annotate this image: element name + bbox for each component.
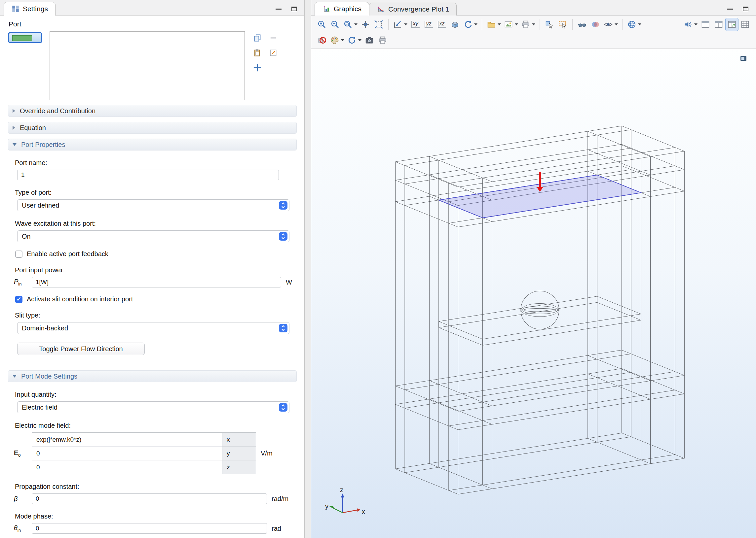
- plot-window-button[interactable]: [739, 54, 750, 63]
- port-input-power-input[interactable]: [32, 277, 281, 288]
- dropdown-caret-icon: [474, 24, 477, 26]
- print-graphics-button[interactable]: [376, 34, 389, 47]
- slit-type-label: Slit type:: [15, 312, 293, 319]
- electric-mode-field-unit: V/m: [261, 450, 273, 457]
- maximize-button[interactable]: [743, 7, 748, 11]
- paste-button[interactable]: [249, 46, 265, 59]
- color-theme-button[interactable]: [329, 34, 346, 47]
- propagation-constant-label: Propagation constant:: [15, 483, 293, 491]
- toolbar-separator: [622, 19, 622, 30]
- wave-excitation-label: Wave excitation at this port:: [15, 220, 293, 227]
- slit-type-select[interactable]: Domain-backed: [17, 322, 289, 334]
- view-direction-button[interactable]: [392, 18, 409, 31]
- hide-objects-button[interactable]: [576, 18, 589, 31]
- move-button[interactable]: [249, 61, 265, 74]
- reset-hiding-button[interactable]: [315, 34, 329, 47]
- port-input-power-symbol: Pin: [14, 278, 27, 287]
- view-yz-button[interactable]: yz: [422, 18, 435, 31]
- transparency-button[interactable]: [589, 18, 602, 31]
- port-name-input[interactable]: [17, 170, 279, 180]
- select-objects-button[interactable]: [543, 18, 556, 31]
- rotate-view-button[interactable]: [462, 18, 479, 31]
- table-row[interactable]: exp(j*emw.k0*z) x: [32, 433, 256, 447]
- snapshot-button[interactable]: [363, 34, 376, 47]
- copy-button[interactable]: [249, 31, 265, 45]
- electric-mode-field-table[interactable]: exp(j*emw.k0*z) x 0 y 0 z: [32, 432, 256, 474]
- port-feature-icon: [8, 32, 42, 43]
- zoom-out-button[interactable]: [329, 18, 342, 31]
- type-of-port-select[interactable]: User defined: [17, 199, 289, 211]
- go-to-default-view-icon: [360, 20, 370, 29]
- minimize-button[interactable]: [727, 9, 733, 10]
- zoom-extents-button[interactable]: [372, 18, 385, 31]
- zoom-in-button[interactable]: [315, 18, 329, 31]
- table-row[interactable]: 0 z: [32, 460, 256, 474]
- dropdown-caret-icon: [694, 24, 698, 26]
- go-to-default-view-button[interactable]: [359, 18, 372, 31]
- graphics-canvas[interactable]: zyx: [311, 49, 756, 538]
- box-select-button[interactable]: [556, 18, 569, 31]
- activate-slit-condition-checkbox[interactable]: Activate slit condition on interior port: [15, 296, 293, 303]
- maximize-button[interactable]: [291, 7, 297, 11]
- checkbox-icon: [15, 250, 23, 258]
- tab-convergence-plot[interactable]: Convergence Plot 1: [369, 3, 457, 16]
- port-mode-settings-content: Input quantity: Electric field Electric …: [8, 391, 297, 535]
- zoom-out-icon: [330, 20, 340, 29]
- section-override-and-contribution[interactable]: Override and Contribution: [8, 105, 297, 117]
- orthographic-projection-button[interactable]: [448, 18, 462, 31]
- export-image-button[interactable]: [502, 18, 520, 31]
- print-graphics-icon: [378, 35, 388, 45]
- layout-split-vertical-button[interactable]: [725, 18, 738, 31]
- transparency-icon: [591, 20, 600, 29]
- section-port-mode-settings[interactable]: Port Mode Settings: [8, 370, 297, 382]
- tab-settings-label: Settings: [23, 5, 48, 13]
- view-hidden-button[interactable]: [602, 18, 619, 31]
- graphics-toolbar-layout: [682, 18, 752, 31]
- tab-settings[interactable]: Settings: [4, 2, 55, 16]
- rotate-view-icon: [463, 20, 473, 29]
- mode-phase-unit: rad: [272, 525, 281, 532]
- sound-button[interactable]: [682, 18, 699, 31]
- toggle-power-flow-direction-button[interactable]: Toggle Power Flow Direction: [17, 343, 145, 355]
- scene-light-icon: [627, 20, 637, 29]
- input-quantity-value: Electric field: [22, 404, 57, 411]
- mode-phase-input[interactable]: [32, 523, 267, 534]
- enable-active-port-feedback-checkbox[interactable]: Enable active port feedback: [15, 250, 293, 258]
- input-quantity-label: Input quantity:: [15, 391, 293, 399]
- layout-single-icon: [701, 20, 710, 29]
- edit-arrow-button[interactable]: [265, 46, 281, 59]
- checkbox-icon: [15, 296, 23, 303]
- port-name-label: Port name:: [15, 159, 293, 167]
- propagation-constant-input[interactable]: [32, 493, 267, 504]
- section-equation[interactable]: Equation: [8, 122, 297, 134]
- section-port-properties[interactable]: Port Properties: [8, 138, 297, 150]
- graphics-toolbar: xyyzxz: [311, 16, 756, 49]
- expanded-arrow-icon: [13, 375, 17, 378]
- scatterer-sphere[interactable]: [521, 291, 559, 329]
- input-quantity-select[interactable]: Electric field: [17, 402, 289, 413]
- selection-list[interactable]: [49, 31, 245, 100]
- print-button[interactable]: [520, 18, 536, 31]
- panel-divider[interactable]: [305, 0, 311, 538]
- layout-split-horizontal-button[interactable]: [712, 18, 725, 31]
- toolbar-separator: [539, 19, 540, 30]
- wave-excitation-select[interactable]: On: [17, 230, 289, 242]
- zoom-box-button[interactable]: [342, 18, 359, 31]
- view-xy-button[interactable]: xy: [409, 18, 422, 31]
- update-scene-button[interactable]: [346, 34, 363, 47]
- layout-grid-button[interactable]: [738, 18, 752, 31]
- tab-graphics[interactable]: Graphics: [315, 2, 369, 16]
- layout-single-button[interactable]: [699, 18, 712, 31]
- table-row[interactable]: 0 y: [32, 447, 256, 460]
- minimize-button[interactable]: [276, 9, 282, 10]
- move-icon: [253, 63, 262, 72]
- remove-button[interactable]: [265, 31, 281, 45]
- view-xz-button[interactable]: xz: [435, 18, 448, 31]
- open-file-button[interactable]: [485, 18, 502, 31]
- copy-icon: [253, 33, 262, 43]
- layout-split-vertical-icon: [727, 20, 737, 29]
- axis-label-x: x: [362, 508, 365, 515]
- dropdown-caret-icon: [532, 24, 535, 26]
- reset-hiding-icon: [317, 35, 327, 45]
- scene-light-button[interactable]: [625, 18, 643, 31]
